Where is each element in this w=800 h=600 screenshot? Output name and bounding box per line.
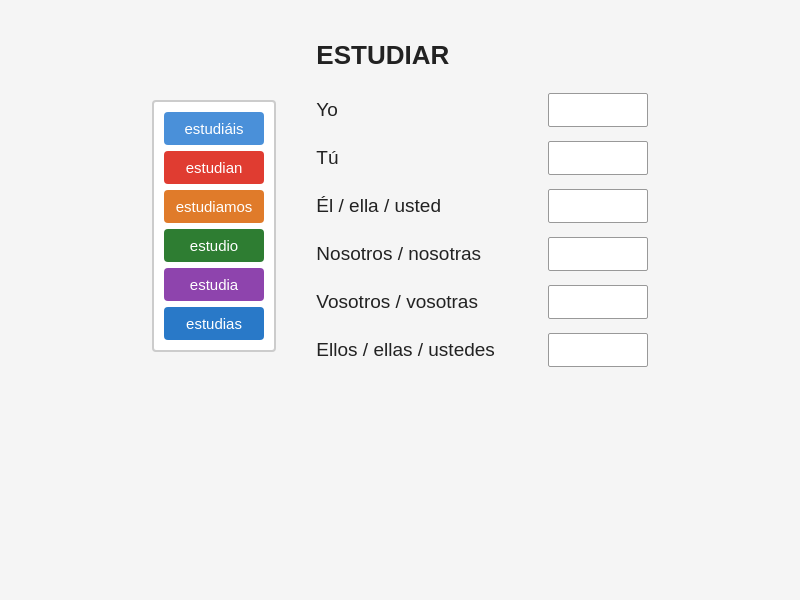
verb-bank-item[interactable]: estudio — [164, 229, 265, 262]
pronoun-label: Ellos / ellas / ustedes — [316, 339, 536, 361]
answer-input[interactable] — [548, 189, 648, 223]
pronoun-label: Nosotros / nosotras — [316, 243, 536, 265]
answer-input[interactable] — [548, 285, 648, 319]
pronoun-label: Vosotros / vosotras — [316, 291, 536, 313]
conjugation-row: Vosotros / vosotras — [316, 285, 648, 319]
verb-bank-item[interactable]: estudia — [164, 268, 265, 301]
verb-bank: estudiáisestudianestudiamosestudioestudi… — [152, 100, 277, 352]
verb-bank-item[interactable]: estudian — [164, 151, 265, 184]
conjugation-panel: ESTUDIAR YoTúÉl / ella / ustedNosotros /… — [316, 40, 648, 377]
answer-input[interactable] — [548, 93, 648, 127]
pronoun-label: Yo — [316, 99, 536, 121]
conjugation-row: Tú — [316, 141, 648, 175]
conjugation-row: Él / ella / usted — [316, 189, 648, 223]
conjugation-row: Yo — [316, 93, 648, 127]
answer-input[interactable] — [548, 237, 648, 271]
verb-title: ESTUDIAR — [316, 40, 648, 71]
main-container: estudiáisestudianestudiamosestudioestudi… — [152, 40, 649, 377]
pronoun-label: Tú — [316, 147, 536, 169]
answer-input[interactable] — [548, 141, 648, 175]
pronoun-label: Él / ella / usted — [316, 195, 536, 217]
answer-input[interactable] — [548, 333, 648, 367]
conjugation-row: Ellos / ellas / ustedes — [316, 333, 648, 367]
verb-bank-item[interactable]: estudias — [164, 307, 265, 340]
verb-bank-item[interactable]: estudiamos — [164, 190, 265, 223]
verb-bank-item[interactable]: estudiáis — [164, 112, 265, 145]
conjugation-row: Nosotros / nosotras — [316, 237, 648, 271]
